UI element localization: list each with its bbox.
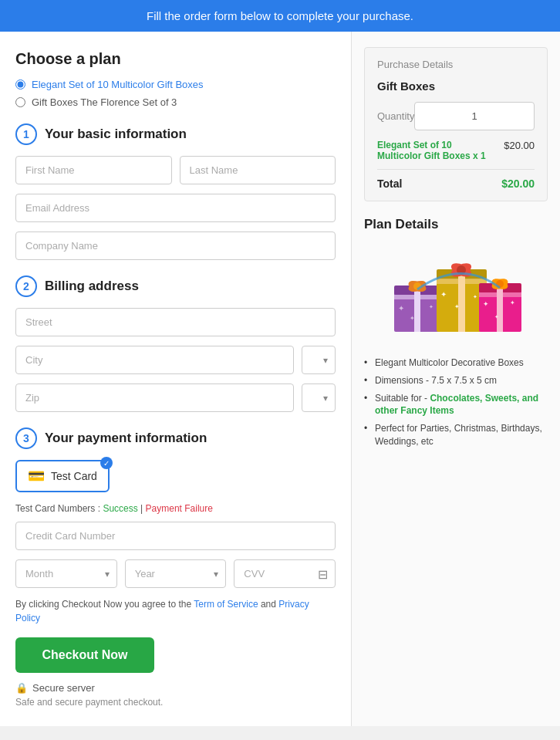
product-name: Elegant Set of 10 Multicolor Gift Boxes …	[377, 140, 493, 161]
plan-radio-2[interactable]	[15, 97, 25, 107]
left-panel: Choose a plan Elegant Set of 10 Multicol…	[0, 32, 352, 726]
step3-circle: 3	[15, 427, 37, 449]
svg-text:✦: ✦	[510, 299, 515, 306]
company-input[interactable]	[15, 231, 336, 260]
state-select[interactable]: - CA NY TX	[302, 384, 336, 412]
svg-text:✦: ✦	[429, 304, 433, 309]
first-name-input[interactable]	[15, 156, 172, 184]
svg-text:✦: ✦	[454, 303, 460, 310]
secure-subtext: Safe and secure payment checkout.	[15, 697, 336, 708]
svg-text:✦: ✦	[473, 294, 477, 299]
success-link[interactable]: Success	[103, 503, 137, 514]
gift-boxes-image: ✦ ✦ ✦ ✦ ✦ ✦	[386, 243, 525, 343]
state-select-wrapper: - CA NY TX	[302, 384, 336, 412]
total-row: Total $20.00	[377, 177, 535, 190]
svg-rect-23	[479, 292, 521, 297]
tos-link[interactable]: Term of Service	[194, 599, 258, 610]
choose-plan-title: Choose a plan	[15, 50, 336, 68]
quantity-input[interactable]	[414, 102, 535, 130]
checkout-button[interactable]: Checkout Now	[15, 637, 154, 673]
cvv-wrapper: ⊟	[234, 559, 336, 588]
product-row: Elegant Set of 10 Multicolor Gift Boxes …	[377, 140, 535, 170]
product-price: $20.00	[504, 140, 535, 161]
gift-image-container: ✦ ✦ ✦ ✦ ✦ ✦	[364, 243, 548, 346]
step1-title: Your basic information	[45, 127, 187, 142]
secure-label: Secure server	[32, 682, 95, 694]
total-label: Total	[377, 177, 402, 190]
test-card-numbers-label: Test Card Numbers :	[15, 503, 103, 514]
street-input[interactable]	[15, 308, 336, 336]
payment-card-button-wrapper: 💳 Test Card ✓	[15, 460, 336, 492]
svg-text:✦: ✦	[483, 300, 489, 308]
svg-rect-22	[497, 283, 503, 332]
cvv-icon: ⊟	[318, 566, 328, 581]
secure-server-row: 🔒 Secure server	[15, 682, 336, 694]
feature-item-1: Elegant Multicolor Decorative Boxes	[364, 356, 548, 370]
cc-number-input[interactable]	[15, 522, 336, 550]
country-select-wrapper: Country United States United Kingdom Can…	[302, 346, 336, 374]
step2-circle: 2	[15, 275, 37, 297]
feature-item-4: Perfect for Parties, Christmas, Birthday…	[364, 422, 548, 448]
step2-header: 2 Billing address	[15, 275, 336, 297]
plan-radio-1[interactable]	[15, 79, 25, 90]
purchase-details-title: Purchase Details	[377, 59, 535, 70]
step3-title: Your payment information	[45, 431, 207, 446]
step2-title: Billing address	[45, 279, 139, 294]
payment-failure-link[interactable]: Payment Failure	[146, 503, 213, 514]
last-name-input[interactable]	[180, 156, 336, 184]
separator: |	[140, 503, 143, 514]
year-select-wrapper: Year 202420252026 2027202820292030	[125, 559, 227, 588]
plan-details-title: Plan Details	[364, 217, 548, 232]
check-badge-icon: ✓	[100, 457, 113, 469]
plan-features-list: Elegant Multicolor Decorative Boxes Dime…	[364, 356, 548, 448]
month-select-wrapper: Month 010203 040506 070809 101112	[15, 559, 117, 588]
purchase-details-box: Purchase Details Gift Boxes Quantity Ele…	[364, 47, 548, 201]
right-panel: Purchase Details Gift Boxes Quantity Ele…	[352, 32, 560, 726]
country-select[interactable]: Country United States United Kingdom Can…	[302, 346, 336, 374]
svg-text:✦: ✦	[398, 304, 404, 313]
company-field	[15, 231, 336, 260]
credit-card-icon: 💳	[28, 468, 45, 485]
email-input[interactable]	[15, 194, 336, 222]
name-row	[15, 156, 336, 184]
year-select[interactable]: Year 202420252026 2027202820292030	[125, 559, 227, 588]
city-country-row: Country United States United Kingdom Can…	[15, 346, 336, 374]
feature-item-2: Dimensions - 7.5 x 7.5 x 5 cm	[364, 374, 548, 387]
svg-rect-13	[437, 279, 487, 284]
card-button-label: Test Card	[51, 470, 97, 482]
zip-state-row: - CA NY TX	[15, 384, 336, 412]
svg-rect-2	[414, 286, 420, 332]
test-card-info: Test Card Numbers : Success | Payment Fa…	[15, 503, 336, 514]
svg-text:✦: ✦	[494, 314, 499, 319]
svg-rect-3	[394, 295, 440, 299]
email-field	[15, 194, 336, 222]
month-select[interactable]: Month 010203 040506 070809 101112	[15, 559, 117, 588]
terms-text: By clicking Checkout Now you agree to th…	[15, 597, 336, 625]
total-amount: $20.00	[501, 177, 535, 190]
quantity-label: Quantity	[377, 110, 414, 122]
city-input[interactable]	[15, 346, 294, 374]
gift-boxes-title: Gift Boxes	[377, 79, 535, 93]
test-card-button[interactable]: 💳 Test Card ✓	[15, 460, 110, 492]
svg-text:✦: ✦	[410, 315, 415, 322]
quantity-row: Quantity	[377, 102, 535, 130]
plan-options: Elegant Set of 10 Multicolor Gift Boxes …	[15, 79, 336, 108]
plan-label-1[interactable]: Elegant Set of 10 Multicolor Gift Boxes	[32, 79, 204, 90]
feature-item-3: Suitable for - Chocolates, Sweets, and o…	[364, 392, 548, 418]
plan-label-2[interactable]: Gift Boxes The Florence Set of 3	[32, 96, 177, 108]
svg-text:✦: ✦	[440, 290, 447, 299]
banner-text: Fill the order form below to complete yo…	[147, 9, 413, 22]
step1-circle: 1	[15, 123, 37, 145]
street-field	[15, 308, 336, 336]
expiry-cvv-row: Month 010203 040506 070809 101112 Year 2…	[15, 559, 336, 588]
step3-header: 3 Your payment information	[15, 427, 336, 449]
plan-option-1[interactable]: Elegant Set of 10 Multicolor Gift Boxes	[15, 79, 336, 90]
main-layout: Choose a plan Elegant Set of 10 Multicol…	[0, 32, 560, 726]
step1-header: 1 Your basic information	[15, 123, 336, 145]
lock-icon: 🔒	[15, 682, 28, 694]
top-banner: Fill the order form below to complete yo…	[0, 0, 560, 32]
plan-option-2[interactable]: Gift Boxes The Florence Set of 3	[15, 96, 336, 108]
zip-input[interactable]	[15, 384, 294, 412]
cc-number-field	[15, 522, 336, 550]
